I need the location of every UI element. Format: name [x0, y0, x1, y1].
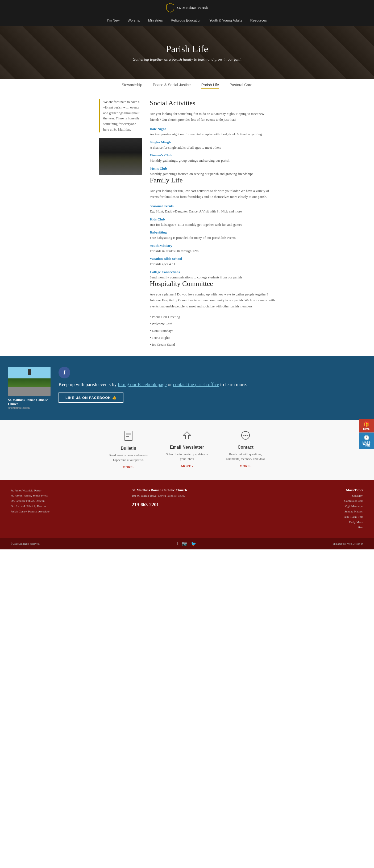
church-info-col: St. Matthias Roman Catholic Church 101 W…: [132, 488, 242, 530]
family-life-heading: Family Life: [150, 176, 275, 184]
church-name: St. Matthias Roman Catholic Church: [8, 398, 51, 406]
footer-cards: Bulletin Read weekly news and events hap…: [0, 420, 374, 480]
nav-item-worship[interactable]: Worship: [128, 18, 140, 23]
newsletter-title: Email Newsletter: [166, 445, 208, 450]
sub-nav-stewardship[interactable]: Stewardship: [122, 83, 142, 87]
parish-event-image: [99, 138, 142, 175]
give-button[interactable]: 🎁 GIVE: [359, 419, 374, 433]
list-item-icecream: • Ice Cream Stand: [150, 341, 275, 348]
date-night-link[interactable]: Date Night: [150, 127, 275, 131]
like-facebook-button[interactable]: LIKE US ON FACEBOOK 👍: [59, 393, 123, 403]
facebook-text: Keep up with parish events by liking our…: [59, 381, 366, 388]
hero-subtitle: Gathering together as a parish family to…: [132, 57, 241, 62]
hospitality-intro: Are you a planner? Do you love coming up…: [150, 291, 275, 309]
womens-club-desc: Monthly gatherings, group outings and se…: [150, 158, 275, 163]
list-item-trivia: • Trivia Nights: [150, 334, 275, 341]
hero-section: Parish Life Gathering together as a pari…: [0, 26, 374, 79]
nav-item-ministries[interactable]: Ministries: [148, 18, 163, 23]
church-handle: @stmatthiasparish: [8, 406, 51, 409]
bulletin-icon: [107, 431, 150, 443]
nav-item-youth[interactable]: Youth & Young Adults: [209, 18, 242, 23]
singles-mingle-desc: A chance for single adults of all ages t…: [150, 145, 275, 150]
confession-time: Confession 3pm: [253, 498, 363, 504]
social-activities-intro: Are you looking for something fun to do …: [150, 111, 275, 123]
facebook-icon: f: [59, 367, 70, 378]
site-header: ✝ St. Matthias Parish I'm New Worship Mi…: [0, 0, 374, 26]
very-bottom-bar: © 2018 All rights reserved. f 📷 🐦 Indian…: [0, 538, 374, 550]
staff-deacon2: Dn. Richard Hilbrich, Deacon: [11, 504, 121, 509]
content-layout: We are fortunate to have a vibrant paris…: [94, 91, 280, 348]
bottom-footer: Fr. James Wozniak, Pastor Fr. Joseph Vam…: [0, 480, 374, 538]
kids-club-desc: Just for kids ages 6-11, a monthly get-t…: [150, 222, 275, 227]
hospitality-section: Hospitality Committee Are you a planner?…: [150, 280, 275, 348]
contact-more[interactable]: MORE: [240, 464, 251, 468]
vbs-link[interactable]: Vacation Bible School: [150, 257, 275, 261]
newsletter-desc: Subscribe to quarterly updates in your i…: [166, 452, 208, 461]
gift-icon: 🎁: [360, 421, 373, 427]
vbs-desc: For kids ages 4-11: [150, 261, 275, 267]
list-item-phone: • Phone Call Greeting: [150, 313, 275, 320]
sub-nav-pastoral-care[interactable]: Pastoral Care: [229, 83, 252, 87]
sidebar: We are fortunate to have a vibrant paris…: [99, 99, 142, 348]
facebook-social-icon[interactable]: f: [177, 541, 178, 546]
mass-times-heading: Mass Times: [253, 488, 363, 492]
bulletin-card: Bulletin Read weekly news and events hap…: [107, 431, 150, 469]
svg-rect-1: [125, 431, 132, 441]
contact-desc: Reach out with questions, comments, feed…: [224, 452, 267, 461]
sub-nav-parish-life[interactable]: Parish Life: [201, 83, 219, 87]
bulletin-more[interactable]: MORE: [123, 465, 134, 469]
church-footer-address: 101 W. Burrell Drive, Crown Point, IN 46…: [132, 493, 242, 499]
womens-club-link[interactable]: Women's Club: [150, 153, 275, 157]
mass-times-col: Mass Times Saturday: Confession 3pm Vigi…: [253, 488, 363, 530]
nav-item-religious-ed[interactable]: Religious Education: [171, 18, 201, 23]
mens-club-desc: Monthly gatherings focused on serving ou…: [150, 171, 275, 177]
nav-item-new[interactable]: I'm New: [107, 18, 120, 23]
bulletin-desc: Read weekly news and events happening at…: [107, 453, 150, 462]
church-cross-icon: [28, 369, 31, 375]
contact-card: Contact Reach out with questions, commen…: [224, 431, 267, 469]
staff-senior-priest: Fr. Joseph Vamos, Senior Priest: [11, 493, 121, 498]
twitter-social-icon[interactable]: 🐦: [191, 541, 196, 546]
saturday-label: Saturday:: [253, 493, 363, 499]
youth-ministry-link[interactable]: Youth Ministry: [150, 244, 275, 248]
sub-nav-peace[interactable]: Peace & Social Justice: [153, 83, 190, 87]
social-activities-section: Social Activities Are you looking for so…: [150, 99, 275, 176]
seasonal-events-link[interactable]: Seasonal Events: [150, 204, 275, 208]
bulletin-title: Bulletin: [107, 446, 150, 451]
instagram-social-icon[interactable]: 📷: [182, 541, 187, 546]
copyright: © 2018 All rights reserved.: [11, 542, 40, 545]
mass-time-button[interactable]: 🕐 MASS TIME: [359, 433, 374, 449]
date-night-desc: An inexpensive night out for married cou…: [150, 132, 275, 137]
hospitality-list: • Phone Call Greeting • Welcome Card • D…: [150, 313, 275, 348]
family-life-section: Family Life Are you looking for fun, low…: [150, 176, 275, 280]
singles-mingle-link[interactable]: Singles Mingle: [150, 140, 275, 145]
hospitality-heading: Hospitality Committee: [150, 280, 275, 288]
college-connections-link[interactable]: College Connections: [150, 270, 275, 274]
daily-times: 8am: [253, 525, 363, 530]
svg-point-6: [243, 435, 245, 436]
vigil-time: Vigil Mass 4pm: [253, 504, 363, 509]
babysitting-link[interactable]: Babysitting: [150, 230, 275, 235]
facebook-section: St. Matthias Roman Catholic Church @stma…: [0, 356, 374, 420]
sunday-times: 8am, 10am, 7pm: [253, 514, 363, 520]
svg-point-7: [245, 435, 246, 436]
facebook-link[interactable]: liking our Facebook page: [118, 382, 166, 387]
web-credit: Indianapolis Web Design by: [333, 542, 363, 545]
family-life-intro: Are you looking for fun, low cost activi…: [150, 188, 275, 200]
church-footer-name: St. Matthias Roman Catholic Church: [132, 488, 242, 492]
sub-nav: Stewardship Peace & Social Justice Paris…: [0, 79, 374, 91]
youth-ministry-desc: For kids in grades 6th through 12th: [150, 248, 275, 254]
clock-icon: 🕐: [360, 435, 373, 441]
sunday-heading: Sunday Masses:: [253, 509, 363, 514]
church-footer-phone: 219-663-2201: [132, 500, 242, 509]
church-sidebar: St. Matthias Roman Catholic Church @stma…: [8, 367, 51, 409]
mens-club-link[interactable]: Men's Club: [150, 166, 275, 171]
image-placeholder: [99, 138, 142, 175]
college-connections-desc: Send monthly communications to college s…: [150, 275, 275, 280]
newsletter-card: Email Newsletter Subscribe to quarterly …: [166, 431, 208, 469]
contact-office-link[interactable]: contact the parish office: [173, 382, 219, 387]
nav-item-resources[interactable]: Resources: [250, 18, 267, 23]
kids-club-link[interactable]: Kids Club: [150, 217, 275, 221]
newsletter-more[interactable]: MORE: [181, 464, 193, 468]
church-image: [8, 367, 51, 396]
